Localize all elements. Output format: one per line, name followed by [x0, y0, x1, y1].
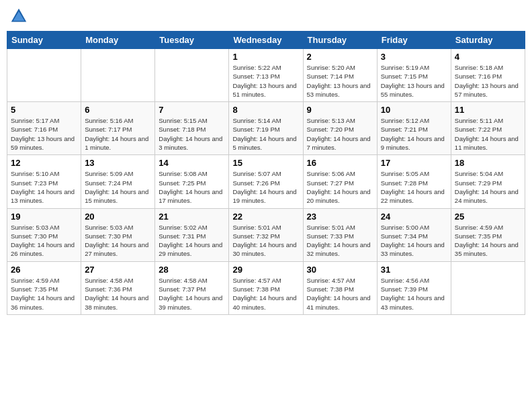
calendar-day-cell: 12Sunrise: 5:10 AM Sunset: 7:23 PM Dayli… [7, 155, 81, 208]
day-number: 24 [381, 212, 447, 222]
day-info: Sunrise: 5:14 AM Sunset: 7:19 PM Dayligh… [232, 116, 299, 152]
day-number: 22 [232, 212, 299, 222]
calendar-day-cell: 13Sunrise: 5:09 AM Sunset: 7:24 PM Dayli… [81, 155, 155, 208]
calendar-day-cell: 20Sunrise: 5:03 AM Sunset: 7:30 PM Dayli… [81, 208, 155, 261]
weekday-header: Friday [377, 32, 451, 49]
calendar-day-cell [7, 49, 81, 102]
calendar-day-cell: 10Sunrise: 5:12 AM Sunset: 7:21 PM Dayli… [377, 102, 451, 155]
day-info: Sunrise: 5:07 AM Sunset: 7:26 PM Dayligh… [232, 169, 299, 205]
day-number: 12 [11, 158, 77, 168]
calendar-day-cell: 16Sunrise: 5:06 AM Sunset: 7:27 PM Dayli… [303, 155, 377, 208]
calendar-day-cell: 4Sunrise: 5:18 AM Sunset: 7:16 PM Daylig… [451, 49, 525, 102]
day-info: Sunrise: 5:04 AM Sunset: 7:29 PM Dayligh… [455, 169, 521, 205]
day-info: Sunrise: 5:00 AM Sunset: 7:34 PM Dayligh… [381, 223, 447, 259]
weekday-header: Wednesday [229, 32, 303, 49]
calendar-day-cell: 17Sunrise: 5:05 AM Sunset: 7:28 PM Dayli… [377, 155, 451, 208]
day-number: 6 [85, 105, 151, 115]
calendar-day-cell: 9Sunrise: 5:13 AM Sunset: 7:20 PM Daylig… [303, 102, 377, 155]
calendar-week-row: 5Sunrise: 5:17 AM Sunset: 7:16 PM Daylig… [7, 102, 525, 155]
calendar: SundayMondayTuesdayWednesdayThursdayFrid… [7, 31, 525, 315]
calendar-week-row: 1Sunrise: 5:22 AM Sunset: 7:13 PM Daylig… [7, 49, 525, 102]
day-number: 23 [307, 212, 373, 222]
day-info: Sunrise: 4:59 AM Sunset: 7:35 PM Dayligh… [455, 223, 521, 259]
day-info: Sunrise: 5:01 AM Sunset: 7:32 PM Dayligh… [232, 223, 299, 259]
day-number: 28 [159, 265, 225, 275]
calendar-day-cell: 25Sunrise: 4:59 AM Sunset: 7:35 PM Dayli… [451, 208, 525, 261]
day-info: Sunrise: 4:57 AM Sunset: 7:38 PM Dayligh… [232, 276, 299, 312]
day-info: Sunrise: 5:20 AM Sunset: 7:14 PM Dayligh… [307, 63, 373, 99]
day-info: Sunrise: 5:03 AM Sunset: 7:30 PM Dayligh… [11, 223, 77, 259]
calendar-day-cell: 27Sunrise: 4:58 AM Sunset: 7:36 PM Dayli… [81, 261, 155, 314]
day-info: Sunrise: 5:06 AM Sunset: 7:27 PM Dayligh… [307, 169, 373, 205]
day-info: Sunrise: 4:59 AM Sunset: 7:35 PM Dayligh… [11, 276, 77, 312]
day-number: 31 [381, 265, 447, 275]
day-info: Sunrise: 5:05 AM Sunset: 7:28 PM Dayligh… [381, 169, 447, 205]
weekday-header-row: SundayMondayTuesdayWednesdayThursdayFrid… [7, 32, 525, 49]
calendar-day-cell: 11Sunrise: 5:11 AM Sunset: 7:22 PM Dayli… [451, 102, 525, 155]
weekday-header: Sunday [7, 32, 81, 49]
calendar-week-row: 26Sunrise: 4:59 AM Sunset: 7:35 PM Dayli… [7, 261, 525, 314]
day-info: Sunrise: 5:01 AM Sunset: 7:33 PM Dayligh… [307, 223, 373, 259]
day-info: Sunrise: 5:09 AM Sunset: 7:24 PM Dayligh… [85, 169, 151, 205]
calendar-day-cell: 7Sunrise: 5:15 AM Sunset: 7:18 PM Daylig… [155, 102, 229, 155]
day-info: Sunrise: 5:08 AM Sunset: 7:25 PM Dayligh… [159, 169, 225, 205]
day-number: 4 [455, 52, 521, 62]
day-info: Sunrise: 4:57 AM Sunset: 7:38 PM Dayligh… [307, 276, 373, 312]
calendar-day-cell [155, 49, 229, 102]
weekday-header: Tuesday [155, 32, 229, 49]
day-info: Sunrise: 5:11 AM Sunset: 7:22 PM Dayligh… [455, 116, 521, 152]
day-number: 8 [232, 105, 299, 115]
day-number: 7 [159, 105, 225, 115]
calendar-day-cell: 26Sunrise: 4:59 AM Sunset: 7:35 PM Dayli… [7, 261, 81, 314]
weekday-header: Monday [81, 32, 155, 49]
calendar-day-cell: 23Sunrise: 5:01 AM Sunset: 7:33 PM Dayli… [303, 208, 377, 261]
calendar-week-row: 19Sunrise: 5:03 AM Sunset: 7:30 PM Dayli… [7, 208, 525, 261]
day-info: Sunrise: 5:02 AM Sunset: 7:31 PM Dayligh… [159, 223, 225, 259]
calendar-day-cell: 1Sunrise: 5:22 AM Sunset: 7:13 PM Daylig… [229, 49, 303, 102]
calendar-day-cell: 29Sunrise: 4:57 AM Sunset: 7:38 PM Dayli… [229, 261, 303, 314]
calendar-day-cell: 2Sunrise: 5:20 AM Sunset: 7:14 PM Daylig… [303, 49, 377, 102]
calendar-day-cell: 5Sunrise: 5:17 AM Sunset: 7:16 PM Daylig… [7, 102, 81, 155]
calendar-day-cell: 31Sunrise: 4:56 AM Sunset: 7:39 PM Dayli… [377, 261, 451, 314]
day-number: 9 [307, 105, 373, 115]
day-info: Sunrise: 5:10 AM Sunset: 7:23 PM Dayligh… [11, 169, 77, 205]
day-number: 25 [455, 212, 521, 222]
day-number: 19 [11, 212, 77, 222]
day-number: 1 [232, 52, 299, 62]
day-number: 20 [85, 212, 151, 222]
day-info: Sunrise: 4:58 AM Sunset: 7:37 PM Dayligh… [159, 276, 225, 312]
weekday-header: Saturday [451, 32, 525, 49]
calendar-day-cell: 6Sunrise: 5:16 AM Sunset: 7:17 PM Daylig… [81, 102, 155, 155]
calendar-day-cell: 24Sunrise: 5:00 AM Sunset: 7:34 PM Dayli… [377, 208, 451, 261]
day-number: 17 [381, 158, 447, 168]
calendar-day-cell: 30Sunrise: 4:57 AM Sunset: 7:38 PM Dayli… [303, 261, 377, 314]
day-info: Sunrise: 4:58 AM Sunset: 7:36 PM Dayligh… [85, 276, 151, 312]
day-info: Sunrise: 5:12 AM Sunset: 7:21 PM Dayligh… [381, 116, 447, 152]
day-number: 15 [232, 158, 299, 168]
calendar-day-cell: 3Sunrise: 5:19 AM Sunset: 7:15 PM Daylig… [377, 49, 451, 102]
day-info: Sunrise: 4:56 AM Sunset: 7:39 PM Dayligh… [381, 276, 447, 312]
calendar-day-cell: 14Sunrise: 5:08 AM Sunset: 7:25 PM Dayli… [155, 155, 229, 208]
day-number: 5 [11, 105, 77, 115]
calendar-day-cell: 28Sunrise: 4:58 AM Sunset: 7:37 PM Dayli… [155, 261, 229, 314]
day-info: Sunrise: 5:22 AM Sunset: 7:13 PM Dayligh… [232, 63, 299, 99]
day-number: 27 [85, 265, 151, 275]
calendar-day-cell: 19Sunrise: 5:03 AM Sunset: 7:30 PM Dayli… [7, 208, 81, 261]
logo-icon [9, 7, 28, 26]
day-info: Sunrise: 5:18 AM Sunset: 7:16 PM Dayligh… [455, 63, 521, 99]
calendar-day-cell [451, 261, 525, 314]
day-number: 10 [381, 105, 447, 115]
day-number: 18 [455, 158, 521, 168]
day-info: Sunrise: 5:13 AM Sunset: 7:20 PM Dayligh… [307, 116, 373, 152]
calendar-day-cell: 22Sunrise: 5:01 AM Sunset: 7:32 PM Dayli… [229, 208, 303, 261]
calendar-day-cell [81, 49, 155, 102]
logo [9, 7, 30, 26]
day-info: Sunrise: 5:15 AM Sunset: 7:18 PM Dayligh… [159, 116, 225, 152]
day-number: 26 [11, 265, 77, 275]
day-number: 3 [381, 52, 447, 62]
page-header [7, 7, 525, 26]
calendar-week-row: 12Sunrise: 5:10 AM Sunset: 7:23 PM Dayli… [7, 155, 525, 208]
day-number: 16 [307, 158, 373, 168]
calendar-day-cell: 15Sunrise: 5:07 AM Sunset: 7:26 PM Dayli… [229, 155, 303, 208]
day-number: 14 [159, 158, 225, 168]
